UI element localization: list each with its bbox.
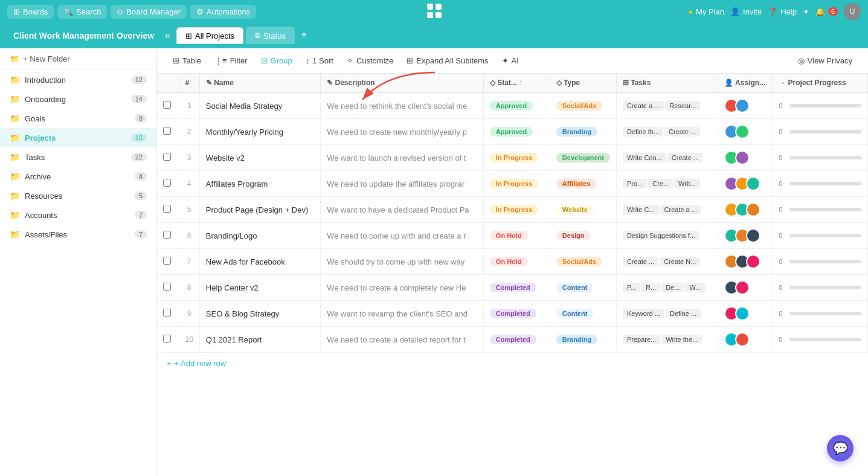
row-checkbox[interactable] (163, 153, 171, 161)
sidebar-item-introduction[interactable]: 📁 Introduction 12 (0, 70, 156, 89)
row-checkbox[interactable] (163, 231, 171, 239)
row-checkbox[interactable] (163, 127, 171, 135)
sidebar-item-onboarding[interactable]: 📁 Onboarding 14 (0, 89, 156, 109)
task-chip[interactable]: Define th... (623, 127, 663, 137)
row-checkbox[interactable] (163, 309, 171, 317)
status-badge[interactable]: Completed (490, 335, 536, 344)
table-view-button[interactable]: ⊞ Table (167, 53, 207, 68)
invite-button[interactable]: 👤 Invite (730, 7, 762, 16)
row-status[interactable]: Approved (483, 92, 550, 119)
status-badge[interactable]: In Progress (490, 153, 539, 162)
sidebar-item-goals[interactable]: 📁 Goals 8 (0, 109, 156, 128)
task-chip[interactable]: Writ... (674, 179, 700, 188)
sidebar-item-archive[interactable]: 📁 Archive 4 (0, 167, 156, 186)
expand-subitems-button[interactable]: ⊞ Expand All Subitems (400, 53, 494, 68)
add-tab-button[interactable]: + (297, 29, 311, 42)
row-name[interactable]: Social Media Strategy (199, 92, 320, 119)
row-type[interactable]: Development (550, 145, 616, 171)
task-chip[interactable]: Pro... (623, 179, 647, 188)
tab-status[interactable]: ⧉ Status (246, 27, 295, 44)
row-checkbox[interactable] (163, 101, 171, 109)
row-name[interactable]: New Ads for Facebook (199, 249, 320, 275)
settings-button[interactable]: ✦ (803, 7, 809, 16)
row-checkbox[interactable] (163, 205, 171, 213)
boards-button[interactable]: ⊞ Boards (7, 5, 54, 19)
task-chip[interactable]: Create ... (664, 127, 700, 137)
task-chip[interactable]: Create ... (667, 153, 703, 162)
row-type[interactable]: Social/Ads (550, 92, 616, 119)
status-badge[interactable]: Completed (490, 283, 536, 292)
type-badge[interactable]: Website (556, 205, 594, 214)
row-type[interactable]: Social/Ads (550, 249, 616, 275)
row-status[interactable]: Completed (483, 275, 550, 301)
task-chip[interactable]: Create a ... (660, 205, 701, 214)
ai-button[interactable]: ✦ AI (496, 53, 525, 68)
board-manager-button[interactable]: ⊙ Board Manager (111, 5, 187, 19)
row-status[interactable]: On Hold (483, 223, 550, 249)
row-status[interactable]: Completed (483, 327, 550, 353)
task-chip[interactable]: Write C... (623, 205, 659, 214)
row-status[interactable]: In Progress (483, 145, 550, 171)
type-badge[interactable]: Design (556, 231, 591, 240)
status-badge[interactable]: Completed (490, 309, 536, 318)
row-checkbox[interactable] (163, 335, 171, 343)
status-badge[interactable]: On Hold (490, 231, 528, 240)
type-badge[interactable]: Social/Ads (556, 257, 602, 266)
row-status[interactable]: In Progress (483, 197, 550, 223)
type-badge[interactable]: Content (556, 283, 594, 292)
row-type[interactable]: Design (550, 223, 616, 249)
customize-button[interactable]: ✧ Customize (341, 53, 399, 68)
sidebar-item-projects[interactable]: 📁 Projects 10 (0, 128, 156, 147)
task-chip[interactable]: P... (623, 283, 640, 292)
new-folder-button[interactable]: 📁 + New Folder (0, 48, 156, 70)
row-status[interactable]: In Progress (483, 171, 550, 197)
row-name[interactable]: Q1 2021 Report (199, 327, 320, 353)
task-chip[interactable]: R... (641, 283, 660, 292)
row-checkbox[interactable] (163, 283, 171, 291)
row-name[interactable]: Branding/Logo (199, 223, 320, 249)
row-type[interactable]: Affiliates (550, 171, 616, 197)
row-type[interactable]: Branding (550, 327, 616, 353)
tab-all-projects[interactable]: ⊞ All Projects (176, 27, 243, 44)
row-status[interactable]: Approved (483, 119, 550, 145)
task-chip[interactable]: Create N... (660, 257, 700, 266)
add-new-row-button[interactable]: + + Add new row (157, 353, 236, 374)
row-checkbox[interactable] (163, 257, 171, 265)
row-type[interactable]: Content (550, 275, 616, 301)
chat-bubble-button[interactable]: 💬 (827, 435, 854, 462)
type-badge[interactable]: Social/Ads (556, 101, 602, 111)
type-badge[interactable]: Branding (556, 127, 597, 137)
task-chip[interactable]: Define ... (666, 309, 701, 318)
view-privacy-button[interactable]: ◎ View Privacy (792, 53, 858, 68)
sidebar-item-accounts[interactable]: 📁 Accounts 7 (0, 205, 156, 225)
status-badge[interactable]: In Progress (490, 205, 539, 214)
user-avatar[interactable]: U (844, 3, 861, 20)
row-type[interactable]: Content (550, 301, 616, 327)
row-checkbox[interactable] (163, 179, 171, 187)
type-badge[interactable]: Branding (556, 335, 597, 344)
task-chip[interactable]: Prepare... (623, 335, 660, 344)
task-chip[interactable]: Create ... (623, 257, 658, 266)
type-badge[interactable]: Development (556, 153, 610, 162)
task-chip[interactable]: Design Suggestions f... (623, 231, 699, 240)
status-badge[interactable]: Approved (490, 101, 533, 111)
task-chip[interactable]: Write the... (661, 335, 702, 344)
row-status[interactable]: On Hold (483, 249, 550, 275)
row-name[interactable]: SEO & Blog Strategy (199, 301, 320, 327)
sort-button[interactable]: ↕ 1 Sort (300, 53, 339, 68)
row-name[interactable]: Monthly/Yearly Pricing (199, 119, 320, 145)
row-name[interactable]: Help Center v2 (199, 275, 320, 301)
status-badge[interactable]: In Progress (490, 179, 539, 188)
task-chip[interactable]: Cre... (648, 179, 673, 188)
type-badge[interactable]: Content (556, 309, 594, 318)
filter-button[interactable]: ⋮≡ Filter (208, 53, 253, 68)
row-type[interactable]: Website (550, 197, 616, 223)
row-name[interactable]: Affiliates Program (199, 171, 320, 197)
group-button[interactable]: ⊟ Group (255, 53, 298, 68)
search-button[interactable]: 🔍 Search (57, 5, 107, 19)
type-badge[interactable]: Affiliates (556, 179, 596, 188)
sidebar-item-resources[interactable]: 📁 Resources 5 (0, 186, 156, 205)
status-badge[interactable]: Approved (490, 127, 533, 137)
help-button[interactable]: ❓ Help (768, 7, 797, 16)
task-chip[interactable]: Write Con... (623, 153, 666, 162)
